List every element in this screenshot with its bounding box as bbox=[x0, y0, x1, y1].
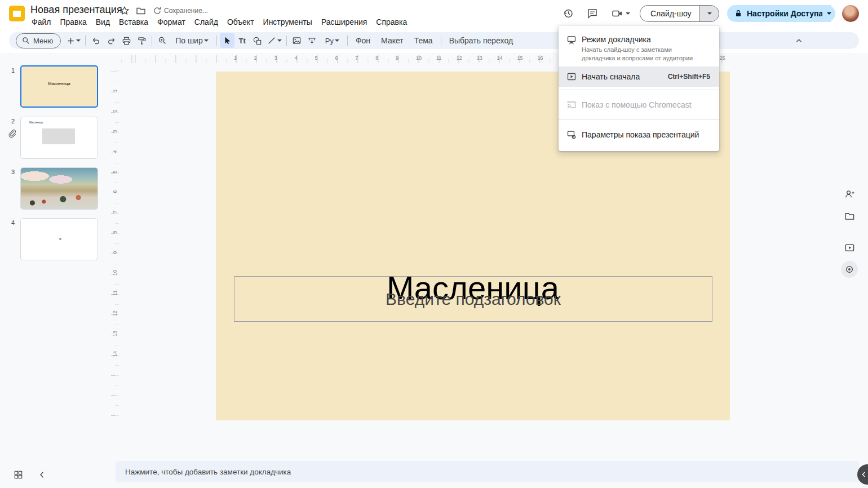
transition-label: Выбрать переход bbox=[449, 36, 513, 45]
version-history-icon[interactable] bbox=[559, 5, 577, 22]
slide-number: 1 bbox=[7, 67, 15, 74]
menu-help[interactable]: Справка bbox=[371, 16, 411, 28]
menu-item-start-from-beginning[interactable]: Начать сначала Ctrl+Shift+F5 bbox=[559, 66, 719, 87]
slide-thumbnail-4[interactable] bbox=[20, 218, 98, 260]
meet-caret-icon bbox=[626, 12, 630, 15]
menu-item-label: Начать сначала bbox=[582, 72, 640, 81]
meet-camera-icon[interactable] bbox=[608, 5, 634, 22]
document-title[interactable]: Новая презентация bbox=[30, 4, 122, 16]
comments-icon[interactable] bbox=[583, 5, 601, 22]
menu-divider bbox=[559, 119, 719, 120]
cursor-icon bbox=[223, 36, 232, 45]
save-status: Сохранение... bbox=[164, 7, 208, 15]
slides-logo[interactable] bbox=[9, 6, 25, 21]
theme-label: Тема bbox=[414, 36, 433, 45]
menu-format[interactable]: Формат bbox=[153, 16, 190, 28]
menu-view[interactable]: Вид bbox=[91, 16, 114, 28]
add-slide-button[interactable] bbox=[65, 33, 82, 48]
menu-slide[interactable]: Слайд bbox=[190, 16, 223, 28]
print-icon bbox=[122, 36, 131, 46]
slide-number: 3 bbox=[7, 168, 15, 175]
line-icon bbox=[267, 36, 276, 45]
toolbar-separator bbox=[216, 36, 217, 46]
slideshow-dropdown-toggle[interactable] bbox=[699, 5, 719, 22]
zoom-fit-label: По шир bbox=[175, 36, 203, 45]
image-icon bbox=[292, 36, 302, 46]
presenter-mode-icon bbox=[566, 35, 577, 45]
text-box-button[interactable]: Tt bbox=[235, 33, 250, 48]
menu-item-presentation-settings[interactable]: Параметры показа презентаций bbox=[559, 123, 719, 147]
text-box-label: Tt bbox=[239, 37, 246, 45]
paperclip-icon bbox=[7, 128, 17, 139]
thumbnail-title: Масленица bbox=[21, 81, 97, 86]
slide-thumbnail-1[interactable]: Масленица bbox=[20, 65, 98, 108]
toolbar-search-menu-button[interactable]: Меню bbox=[16, 33, 61, 48]
theme-button[interactable]: Тема bbox=[409, 33, 438, 48]
contacts-icon[interactable] bbox=[841, 185, 858, 202]
redo-button[interactable] bbox=[104, 33, 118, 48]
paint-format-button[interactable] bbox=[134, 33, 149, 48]
slideshow-play-icon[interactable] bbox=[841, 239, 858, 256]
toolbar: Меню По шир Tt Ру bbox=[9, 32, 859, 49]
toolbar-separator bbox=[441, 36, 441, 46]
paint-roller-icon bbox=[137, 36, 147, 46]
account-avatar[interactable] bbox=[842, 5, 859, 22]
menu-extensions[interactable]: Расширения bbox=[317, 16, 371, 28]
record-icon[interactable] bbox=[841, 261, 858, 278]
layout-label: Макет bbox=[381, 36, 404, 45]
zoom-icon bbox=[158, 36, 167, 45]
undo-icon bbox=[91, 36, 101, 46]
toolbar-separator bbox=[152, 36, 152, 46]
plus-icon bbox=[67, 37, 75, 45]
toolbar-separator bbox=[347, 36, 348, 46]
placeholder-icon bbox=[307, 36, 317, 46]
slide-thumbnail-2[interactable]: Масленица bbox=[20, 117, 98, 159]
select-tool-button[interactable] bbox=[220, 33, 234, 48]
star-icon[interactable] bbox=[119, 6, 130, 16]
collapse-filmstrip-icon[interactable] bbox=[36, 469, 47, 480]
toolbar-separator bbox=[85, 36, 86, 46]
background-label: Фон bbox=[356, 36, 370, 45]
menu-tools[interactable]: Инструменты bbox=[259, 16, 317, 28]
slide-number: 4 bbox=[7, 219, 15, 226]
grid-view-icon[interactable] bbox=[12, 469, 24, 480]
zoom-fit-select[interactable]: По шир bbox=[170, 33, 214, 48]
line-tool-button[interactable] bbox=[265, 33, 284, 48]
insert-image-button[interactable] bbox=[290, 33, 304, 48]
menu-item-chromecast: Показ с помощью Chromecast bbox=[559, 93, 719, 117]
slide-thumbnail-3[interactable] bbox=[20, 167, 98, 210]
background-button[interactable]: Фон bbox=[351, 33, 375, 48]
shape-tool-button[interactable] bbox=[250, 33, 265, 48]
menu-item-label: Показ с помощью Chromecast bbox=[582, 100, 692, 109]
move-to-folder-icon[interactable] bbox=[136, 6, 146, 16]
menu-edit[interactable]: Правка bbox=[55, 16, 91, 28]
collapse-toolbar-button[interactable] bbox=[791, 33, 806, 48]
transition-button[interactable]: Выбрать переход bbox=[444, 33, 518, 48]
slideshow-dropdown-menu: Режим докладчика Начать слайд-шоу с заме… bbox=[559, 26, 719, 151]
menu-insert[interactable]: Вставка bbox=[114, 16, 153, 28]
slide-subtitle-placeholder[interactable]: Введите подзаголовок bbox=[234, 276, 712, 322]
presentation-settings-icon bbox=[566, 130, 577, 140]
print-button[interactable] bbox=[119, 33, 134, 48]
layout-button[interactable]: Макет bbox=[376, 33, 409, 48]
line-caret-icon bbox=[277, 39, 282, 42]
speaker-notes-input[interactable]: Нажмите, чтобы добавить заметки докладчи… bbox=[116, 461, 859, 482]
share-button[interactable]: Настройки Доступа bbox=[727, 5, 831, 22]
thumbnail-title: Масленица bbox=[29, 121, 43, 124]
menu-item-presenter-mode[interactable]: Режим докладчика Начать слайд-шоу с заме… bbox=[559, 30, 719, 66]
undo-button[interactable] bbox=[88, 33, 103, 48]
menu-file[interactable]: Файл bbox=[27, 16, 55, 28]
text-style-button[interactable]: Ру bbox=[320, 33, 344, 48]
menu-object[interactable]: Объект bbox=[223, 16, 259, 28]
insert-placeholder-button[interactable] bbox=[305, 33, 320, 48]
menu-item-label: Параметры показа презентаций bbox=[582, 130, 699, 139]
thumbnail-painting-image bbox=[21, 168, 98, 209]
menu-item-description: Начать слайд-шоу с заметками докладчика … bbox=[582, 46, 696, 62]
folder-icon[interactable] bbox=[841, 207, 858, 224]
toolbar-separator bbox=[286, 36, 287, 46]
sync-status-icon[interactable] bbox=[152, 6, 162, 16]
share-dropdown-toggle[interactable] bbox=[822, 5, 835, 22]
chevron-up-icon bbox=[795, 37, 803, 45]
zoom-button[interactable] bbox=[155, 33, 170, 48]
slideshow-button[interactable]: Слайд-шоу bbox=[640, 5, 702, 22]
